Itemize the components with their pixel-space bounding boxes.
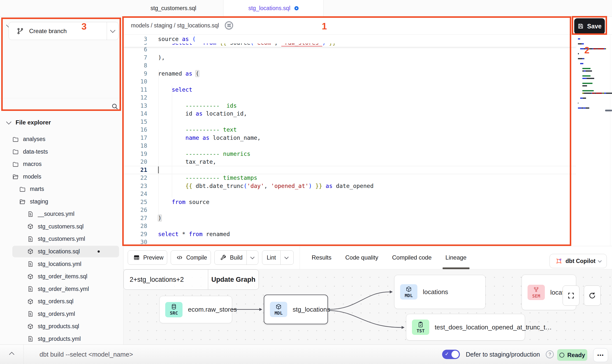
build-button[interactable]: Build — [214, 250, 258, 265]
editor-tab[interactable]: stg_locations.sql — [224, 0, 324, 17]
code-line-8[interactable]: 8 — [123, 61, 576, 70]
file-explorer-header[interactable]: File explorer — [7, 119, 51, 126]
dbt-copilot-button[interactable]: dbt Copilot — [550, 254, 607, 268]
file-item-stg_locations.sql[interactable]: stg_locations.sql — [12, 246, 119, 257]
item-label: stg_locations.sql — [38, 248, 80, 255]
folder-item-data-tests[interactable]: data-tests — [12, 146, 119, 158]
defer-control: ✓ Defer to staging/production ? — [442, 345, 554, 364]
badge-label: MDL — [275, 310, 283, 316]
results-tab-lineage[interactable]: Lineage — [446, 246, 467, 269]
line-number: 16 — [123, 126, 147, 134]
file-item-stg_customers.yml[interactable]: stg_customers.yml — [12, 233, 119, 245]
line-number: 7 — [123, 54, 147, 62]
item-label: models — [23, 173, 41, 180]
code-line-25[interactable]: 25from source — [123, 198, 576, 206]
folder-item-staging[interactable]: staging — [12, 196, 119, 207]
code-line-19[interactable]: 19---------- numerics — [123, 150, 576, 158]
file-icon — [27, 211, 34, 217]
code-line-16[interactable]: 16---------- text — [123, 126, 576, 134]
code-line-26[interactable]: 26 — [123, 206, 576, 214]
dbt-cloud-ide: Current Change branch stg_customers.sqls… — [0, 0, 612, 364]
tst-badge: TST — [412, 320, 429, 335]
code-line-11[interactable]: 11select — [123, 86, 576, 94]
expand-console-button[interactable] — [0, 345, 24, 364]
file-item-__sources.yml[interactable]: __sources.yml — [12, 208, 119, 220]
file-item-stg_products.yml[interactable]: stg_products.yml — [12, 333, 119, 345]
result-tabs: ResultsCode qualityCompiled codeLineage — [312, 246, 467, 269]
save-label: Save — [587, 23, 601, 30]
preview-button[interactable]: Preview — [128, 250, 167, 265]
dbt-docs-icon[interactable] — [224, 20, 234, 30]
code-line-22[interactable]: 22---------- timestamps — [123, 174, 576, 182]
file-item-stg_orders.yml[interactable]: stg_orders.yml — [12, 308, 119, 320]
lineage-node-tst[interactable]: TSTtest_does_location_opened_at_trunc_t… — [406, 314, 525, 341]
file-item-stg_order_items.yml[interactable]: stg_order_items.yml — [12, 283, 119, 295]
results-tab-code-quality[interactable]: Code quality — [345, 246, 378, 269]
more-options-button[interactable]: ••• — [593, 348, 608, 362]
refresh-button[interactable] — [584, 285, 601, 306]
create-branch-dropdown[interactable] — [107, 22, 118, 40]
lineage-node-mdl2[interactable]: MDLlocations — [394, 275, 486, 309]
code-line-10[interactable]: 10 — [123, 78, 576, 86]
code-line-30[interactable]: 30 — [123, 238, 576, 246]
minimap[interactable] — [578, 38, 611, 114]
code-line-28[interactable]: 28 — [123, 222, 576, 230]
indent-guide — [158, 70, 159, 219]
indent-guide — [172, 86, 172, 198]
item-label: macros — [23, 161, 41, 167]
item-label: analyses — [23, 136, 45, 142]
lineage-node-src[interactable]: SRCecom.raw_stores — [159, 296, 232, 323]
command-input[interactable]: dbt build --select <model_name> — [40, 345, 133, 364]
code-line-29[interactable]: 29select * from renamed — [123, 230, 576, 238]
code-line-7[interactable]: 7), — [123, 54, 576, 62]
code-line-27[interactable]: 27) — [123, 214, 576, 222]
search-icon[interactable] — [111, 103, 119, 110]
code-line-13[interactable]: 13---------- ids — [123, 102, 576, 110]
file-item-stg_products.sql[interactable]: stg_products.sql — [12, 321, 119, 332]
code-editor[interactable]: 67),89renamed as (1011select1213--------… — [123, 35, 577, 246]
code-line-21[interactable]: 21 — [123, 166, 576, 174]
unsaved-dot-icon — [98, 250, 100, 253]
compile-button[interactable]: Compile — [171, 250, 211, 265]
code-line-9[interactable]: 9renamed as ( — [123, 70, 576, 78]
code-line-12[interactable]: 12 — [123, 94, 576, 102]
save-button[interactable]: Save — [574, 18, 605, 34]
code-line-15[interactable]: 15 — [123, 118, 576, 126]
file-item-stg_locations.yml[interactable]: stg_locations.yml — [12, 258, 119, 270]
results-tab-results[interactable]: Results — [312, 246, 331, 269]
code-line-23[interactable]: 23{{ dbt.date_trunc('day', 'opened_at') … — [123, 182, 576, 190]
lineage-node-mdl[interactable]: MDLstg_locations — [264, 295, 328, 324]
code-line-17[interactable]: 17name as location_name, — [123, 134, 576, 142]
node-label: stg_locations — [293, 306, 330, 313]
fullscreen-button[interactable] — [563, 285, 579, 306]
folder-item-analyses[interactable]: analyses — [12, 133, 119, 145]
mdl-badge: MDL — [400, 284, 417, 300]
code-line-14[interactable]: 14id as location_id, — [123, 110, 576, 118]
results-tab-compiled-code[interactable]: Compiled code — [392, 246, 431, 269]
code-line-24[interactable]: 24 — [123, 190, 576, 198]
line-number: 9 — [123, 70, 147, 78]
file-item-stg_orders.sql[interactable]: stg_orders.sql — [12, 296, 119, 307]
help-icon[interactable]: ? — [546, 350, 554, 358]
line-number: 10 — [123, 78, 147, 86]
folder-item-macros[interactable]: macros — [12, 158, 119, 170]
editor-tab[interactable]: stg_customers.sql — [123, 0, 224, 16]
lint-dropdown[interactable] — [280, 251, 292, 264]
line-number: 22 — [123, 174, 147, 182]
line-number: 25 — [123, 198, 147, 206]
dbt-copilot-label: dbt Copilot — [566, 258, 595, 264]
file-item-stg_order_items.sql[interactable]: stg_order_items.sql — [12, 271, 119, 282]
build-dropdown[interactable] — [246, 251, 258, 264]
lineage-canvas[interactable]: SRCecom.raw_storesMDLstg_locationsMDLloc… — [123, 269, 612, 344]
defer-toggle[interactable]: ✓ — [442, 350, 460, 359]
file-item-stg_customers.sql[interactable]: stg_customers.sql — [12, 221, 119, 232]
folder-item-models[interactable]: models — [12, 171, 119, 182]
folder-item-marts[interactable]: marts — [12, 183, 119, 195]
lint-button[interactable]: Lint — [262, 250, 294, 265]
status-ring-icon — [559, 353, 564, 358]
create-branch-button[interactable]: Create branch — [9, 22, 119, 40]
code-line-18[interactable]: 18 — [123, 142, 576, 150]
code-line-20[interactable]: 20tax_rate, — [123, 158, 576, 166]
sticky-scroll-line: 3source as ( 5select * from {{ source('e… — [123, 35, 576, 47]
item-label: stg_order_items.yml — [38, 286, 89, 292]
